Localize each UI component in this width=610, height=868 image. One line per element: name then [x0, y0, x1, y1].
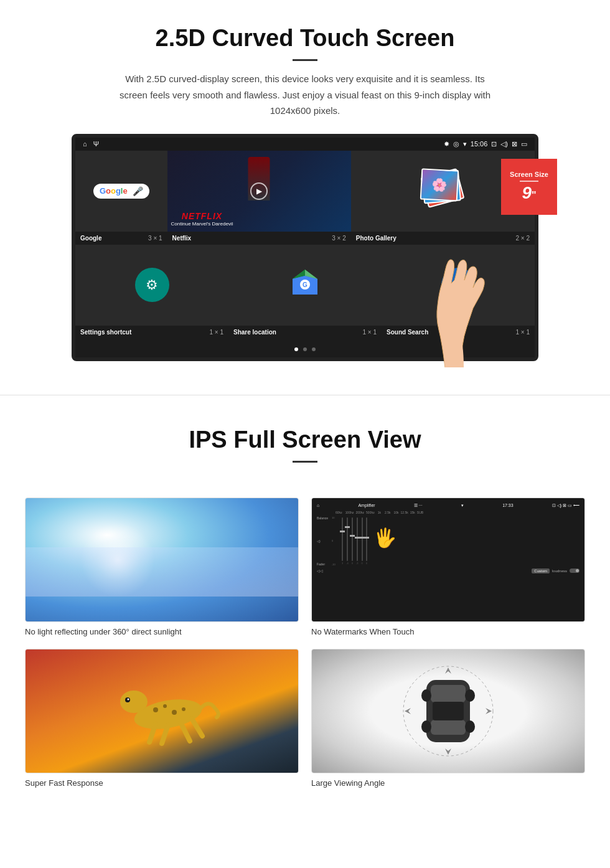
camera-icon: ⊡: [491, 140, 497, 148]
freq-labels: 60hz 100hz 200hz 500hz 1k 2.5k 10k 12.5k…: [317, 511, 580, 514]
car-background: [312, 649, 584, 773]
google-logo: Google: [100, 186, 128, 196]
feature-angle: Large Viewing Angle: [311, 649, 585, 788]
svg-point-11: [172, 710, 177, 715]
slider-val-2: -4: [346, 562, 349, 565]
pagination-dots: [75, 339, 535, 357]
amp-back-btn: ◁◁: [317, 568, 323, 573]
netflix-label-row: Netflix 3 × 2: [167, 232, 351, 245]
sound-app-size: 1 × 1: [515, 329, 530, 336]
svg-point-8: [120, 691, 148, 713]
settings-bg: ⚙: [75, 245, 228, 326]
gallery-app-size: 2 × 2: [515, 235, 530, 242]
loudness-toggle[interactable]: [570, 568, 580, 573]
freq-500hz: 500hz: [366, 511, 375, 514]
screen-size-unit: ": [532, 190, 537, 201]
freq-10k: 10k: [393, 511, 398, 514]
angle-caption: Large Viewing Angle: [311, 778, 585, 788]
section1-desc: With 2.5D curved-display screen, this de…: [118, 71, 492, 119]
screen-size-display: 9 ": [522, 183, 536, 203]
slider-group: 3 -4: [337, 516, 396, 566]
status-time: 15:06: [471, 140, 488, 148]
car-svg: [398, 661, 498, 761]
share-app-name: Share location: [233, 329, 276, 336]
status-right: ✸ ◎ ▾ 15:06 ⊡ ◁) ⊠ ▭: [444, 140, 527, 148]
badge-divider: [520, 181, 538, 182]
watermarks-caption: No Watermarks When Touch: [311, 627, 585, 636]
gallery-label-row: Photo Gallery 2 × 2: [351, 232, 535, 245]
google-mic-icon: 🎤: [133, 186, 143, 196]
usb-icon: Ψ: [93, 140, 99, 148]
google-thumb: Google 🎤: [75, 151, 167, 232]
share-label-row: Share location 1 × 1: [228, 326, 382, 339]
slider-track-5: [362, 517, 363, 561]
amp-balance-label: Balance: [317, 516, 333, 520]
netflix-thumb: ▶ NETFLIX Continue Marvel's Daredevil: [167, 151, 351, 232]
amp-bottom-bar: ◁◁ Custom loudness: [317, 568, 580, 573]
wifi-icon: ▾: [463, 140, 467, 148]
status-left: ⌂ Ψ: [83, 140, 99, 148]
section2-divider: [293, 461, 317, 463]
amp-custom-group: Custom loudness: [532, 568, 580, 573]
app-cell-share[interactable]: G Share location 1 × 1: [228, 245, 382, 339]
section-curved: 2.5D Curved Touch Screen With 2.5D curve…: [0, 0, 610, 382]
share-bg: G: [228, 245, 382, 326]
device-screen: ⌂ Ψ ✸ ◎ ▾ 15:06 ⊡ ◁) ⊠ ▭: [72, 134, 538, 361]
slider-val-5: 0: [362, 562, 363, 565]
amp-time: 17:33: [502, 503, 514, 507]
custom-button[interactable]: Custom: [532, 568, 550, 573]
feature-sunlight: No light reflecting under 360° direct su…: [25, 498, 299, 636]
toggle-handle: [576, 569, 579, 572]
sunlight-caption: No light reflecting under 360° direct su…: [25, 627, 299, 636]
app-cell-sound[interactable]: ♪ Sound Search 1 × 1: [382, 245, 535, 339]
amp-title: Amplifier: [358, 503, 375, 507]
screen-size-label: Screen Size: [510, 171, 548, 178]
slider-handle-2: [345, 526, 350, 528]
amp-wifi-icon: ▾: [461, 503, 464, 508]
cheetah-background: [26, 649, 298, 773]
loudness-label: loudness: [552, 569, 567, 573]
slider-handle-3: [350, 535, 355, 537]
sky-lower: [26, 547, 298, 597]
svg-rect-22: [431, 720, 466, 735]
app-cell-netflix[interactable]: ▶ NETFLIX Continue Marvel's Daredevil Ne…: [167, 151, 351, 245]
netflix-content: ▶ NETFLIX Continue Marvel's Daredevil: [167, 151, 351, 232]
share-app-size: 1 × 1: [362, 329, 377, 336]
share-thumb: G: [228, 245, 382, 326]
volume-icon: ◁): [500, 140, 508, 148]
freq-2-5k: 2.5k: [385, 511, 390, 514]
response-caption: Super Fast Response: [25, 778, 299, 788]
slider-3: 0: [352, 516, 353, 566]
sound-bg: ♪: [382, 245, 535, 326]
bluetooth-icon: ✸: [444, 140, 449, 148]
feature-response: Super Fast Response: [25, 649, 299, 788]
svg-rect-23: [433, 702, 464, 720]
freq-1k: 1k: [378, 511, 381, 514]
settings-thumb: ⚙: [75, 245, 228, 326]
sky-background: [26, 498, 298, 621]
slider-track-2: [347, 517, 348, 561]
svg-line-16: [192, 719, 202, 736]
cheetah-img: [25, 649, 299, 773]
location-icon: ◎: [453, 140, 459, 148]
gallery-app-name: Photo Gallery: [356, 235, 396, 242]
dot-2: [303, 347, 307, 351]
section2-title: IPS Full Screen View: [37, 427, 573, 453]
settings-label-row: Settings shortcut 1 × 1: [75, 326, 228, 339]
cheetah-svg: [100, 674, 224, 748]
slider-handle-6: [364, 537, 369, 539]
netflix-subtitle: Continue Marvel's Daredevil: [171, 221, 233, 227]
svg-point-27: [465, 720, 475, 733]
google-widget[interactable]: Google 🎤: [93, 184, 149, 199]
screen-size-number: 9: [522, 183, 532, 203]
slider-handle-4: [355, 537, 360, 539]
device-container: ⌂ Ψ ✸ ◎ ▾ 15:06 ⊡ ◁) ⊠ ▭: [72, 134, 538, 361]
google-label-row: Google 3 × 1: [75, 232, 167, 245]
photo-stack: 🌸: [421, 169, 464, 213]
app-cell-settings[interactable]: ⚙ Settings shortcut 1 × 1: [75, 245, 228, 339]
svg-point-10: [163, 704, 167, 708]
app-cell-google[interactable]: Google 🎤 Google 3 × 1: [75, 151, 167, 245]
car-img: [311, 649, 585, 773]
play-button[interactable]: ▶: [250, 182, 268, 200]
netflix-overlay: NETFLIX Continue Marvel's Daredevil: [171, 211, 233, 227]
